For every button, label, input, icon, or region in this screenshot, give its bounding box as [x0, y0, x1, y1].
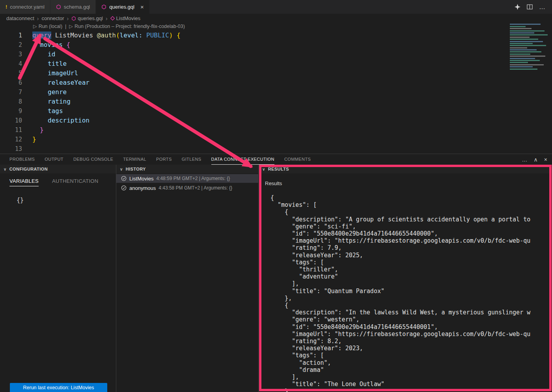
code-editor[interactable]: 1 query ListMovies @auth(level: PUBLIC) … [0, 31, 505, 154]
code-text: rating [32, 97, 71, 106]
history-item-name: anonymous [129, 185, 156, 191]
chevron-down-icon[interactable]: ∨ [120, 167, 123, 171]
chevron-down-icon[interactable]: ∨ [262, 167, 265, 171]
variables-editor[interactable]: {} [17, 197, 116, 204]
run-local-label: Run (local) [39, 24, 62, 29]
results-header: ∨ RESULTS [259, 165, 552, 173]
code-token: { [63, 41, 70, 48]
breadcrumb-label: queries.gql [78, 15, 103, 21]
line-number: 2 [0, 40, 22, 50]
code-token: genre [32, 87, 67, 97]
rerun-last-execution-button[interactable]: Rerun last execution: ListMovies [10, 383, 107, 392]
editor-tab-bar: ! connector.yaml schema.gql queries.gql … [0, 0, 552, 14]
code-text: } [32, 135, 36, 144]
code-line: 8 rating [0, 97, 505, 106]
panel-actions: … ∧ × [522, 154, 547, 165]
results-json-output[interactable]: { "movies": [ { "description": "A group … [270, 194, 552, 392]
code-line: 11 } [0, 125, 505, 135]
panel-tab-problems[interactable]: PROBLEMS [9, 154, 35, 165]
code-text: imageUrl [32, 69, 78, 78]
code-token: PUBLIC [142, 32, 169, 39]
sparkle-icon[interactable] [515, 4, 520, 10]
panel-tab-output[interactable]: OUTPUT [45, 154, 63, 165]
code-text: releaseYear [32, 78, 90, 87]
history-section: ∨ HISTORY ListMovies 4:48:59 PM GMT+2 | … [116, 165, 259, 392]
breadcrumb-item-queries-gql[interactable]: queries.gql [71, 15, 103, 21]
line-number: 8 [0, 97, 22, 106]
configuration-title: CONFIGURATION [9, 167, 48, 171]
tab-label: schema.gql [64, 4, 90, 10]
chevron-right-icon: › [106, 15, 108, 22]
more-actions-icon[interactable]: … [539, 4, 546, 11]
minimap[interactable] [506, 23, 552, 96]
results-section: ∨ RESULTS Results { "movies": [ { "descr… [259, 165, 552, 392]
line-number: 1 [0, 31, 22, 40]
panel-tab-ports[interactable]: PORTS [156, 154, 172, 165]
panel-tab-data-connect-execution[interactable]: DATA CONNECT EXECUTION [211, 154, 274, 165]
operation-icon [110, 16, 115, 20]
code-token: movies [32, 40, 63, 50]
tab-variables[interactable]: VARIABLES [9, 178, 39, 186]
panel-tab-gitlens[interactable]: GITLENS [182, 154, 201, 165]
run-icon: ▷ [69, 23, 73, 29]
code-text: query ListMovies @auth(level: PUBLIC) { [32, 31, 181, 40]
panel-tab-debug-console[interactable]: DEBUG CONSOLE [73, 154, 113, 165]
editor-actions: … [515, 0, 552, 14]
more-actions-icon[interactable]: … [522, 156, 528, 163]
maximize-panel-icon[interactable]: ∧ [534, 156, 538, 163]
history-item-anonymous[interactable]: anonymous 4:43:58 PM GMT+2 | Arguments: … [116, 184, 258, 192]
tab-authentication[interactable]: AUTHENTICATION [52, 178, 98, 186]
line-number: 7 [0, 87, 22, 97]
breadcrumb-item-dataconnect[interactable]: dataconnect [6, 15, 34, 21]
data-connect-execution-view: ∨ CONFIGURATION VARIABLES AUTHENTICATION… [0, 165, 552, 392]
breadcrumb-item-listmovies[interactable]: ListMovies [110, 15, 140, 21]
codelens-divider: | [65, 24, 66, 29]
code-text: tags [32, 106, 63, 116]
check-circle-icon [121, 176, 127, 181]
code-text: description [32, 116, 90, 125]
tab-queries-gql[interactable]: queries.gql × [96, 0, 149, 14]
code-line: 2 movies { [0, 40, 505, 50]
run-production-link[interactable]: ▷ Run (Production – Project: friendly-fl… [69, 23, 185, 29]
tab-label: queries.gql [109, 4, 134, 10]
breadcrumb-item-connector[interactable]: connector [42, 15, 64, 21]
configuration-section: ∨ CONFIGURATION VARIABLES AUTHENTICATION… [0, 165, 116, 392]
tab-schema-gql[interactable]: schema.gql [50, 0, 96, 14]
code-line: 12 } [0, 135, 505, 144]
line-number: 4 [0, 59, 22, 69]
history-title: HISTORY [126, 167, 146, 171]
chevron-down-icon[interactable]: ∨ [4, 167, 7, 171]
configuration-header: ∨ CONFIGURATION [0, 165, 116, 173]
graphql-icon [56, 4, 61, 9]
code-token: releaseYear [32, 78, 90, 87]
code-token: level: [120, 32, 143, 39]
code-token: rating [32, 97, 71, 106]
code-text: } [32, 125, 44, 135]
warning-icon: ! [6, 4, 7, 10]
close-panel-icon[interactable]: × [544, 156, 547, 163]
history-item-meta: 4:43:58 PM GMT+2 | Arguments: {} [159, 185, 232, 191]
history-item-meta: 4:48:59 PM GMT+2 | Arguments: {} [156, 176, 230, 181]
code-token: ( [116, 32, 120, 39]
run-production-label: Run (Production – Project: friendly-flix… [75, 24, 185, 29]
code-token: ) [169, 32, 173, 39]
graphql-icon [101, 4, 106, 9]
panel-tab-terminal[interactable]: TERMINAL [123, 154, 146, 165]
close-tab-icon[interactable]: × [140, 4, 144, 10]
panel-tab-comments[interactable]: COMMENTS [284, 154, 311, 165]
tab-connector-yaml[interactable]: ! connector.yaml [0, 0, 50, 14]
code-token: description [32, 116, 90, 125]
line-number: 3 [0, 50, 22, 59]
breadcrumb-label: ListMovies [116, 15, 140, 21]
split-editor-icon[interactable] [527, 4, 533, 10]
history-item-listmovies[interactable]: ListMovies 4:48:59 PM GMT+2 | Arguments:… [116, 174, 258, 183]
run-local-link[interactable]: ▷ Run (local) [33, 23, 62, 29]
code-line: 9 tags [0, 106, 505, 116]
code-line: 7 genre [0, 87, 505, 97]
code-token: tags [32, 106, 63, 116]
history-item-name: ListMovies [129, 176, 153, 182]
code-line: 1 query ListMovies @auth(level: PUBLIC) … [0, 31, 505, 40]
code-token: ListMovies [51, 32, 97, 39]
configuration-tabs: VARIABLES AUTHENTICATION [0, 173, 116, 186]
code-line: 4 title [0, 59, 505, 69]
